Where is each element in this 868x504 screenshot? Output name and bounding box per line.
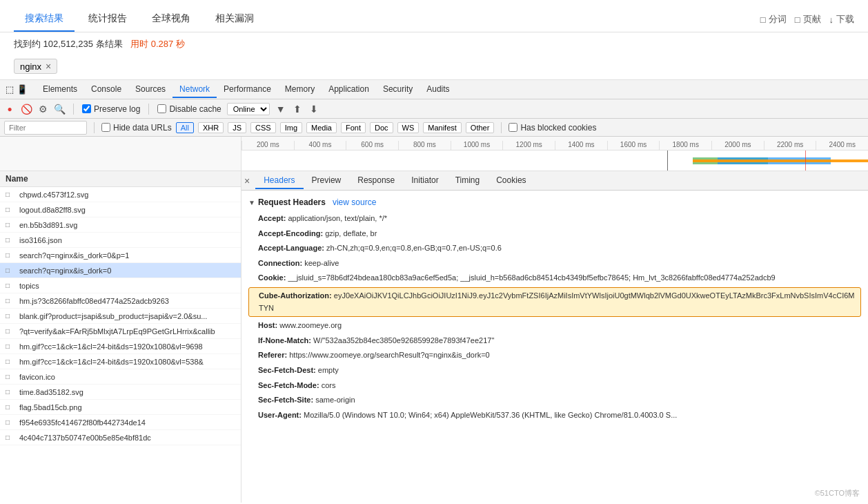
top-area: 搜索结果 统计报告 全球视角 相关漏洞 □ 分词 □ 页献 ↓ 下载 找到约 1… (0, 0, 868, 80)
file-item[interactable]: □ time.8ad35182.svg (0, 385, 241, 400)
throttle-down-icon[interactable]: ▼ (275, 104, 286, 115)
filter-btn-other[interactable]: Other (466, 122, 495, 133)
devtools-tab-performance[interactable]: Performance (217, 81, 278, 98)
filter-btn-css[interactable]: CSS (250, 122, 276, 133)
timeline-bars (241, 151, 868, 171)
devtools-tab-sources[interactable]: Sources (128, 81, 172, 98)
tab-search-results[interactable]: 搜索结果 (14, 7, 75, 32)
view-source-link[interactable]: view source (333, 197, 376, 207)
contribute-action[interactable]: □ 页献 (795, 13, 821, 26)
filter-btn-js[interactable]: JS (228, 122, 246, 133)
download-action[interactable]: ↓ 下载 (829, 13, 855, 26)
devtools-cursor-icon[interactable]: ⬚ (6, 84, 14, 95)
tab-stats-report[interactable]: 统计报告 (77, 7, 138, 32)
timeline-row: 200 ms 400 ms 600 ms 800 ms 1000 ms 1200… (0, 137, 868, 171)
preserve-log-checkbox[interactable]: Preserve log (82, 104, 140, 114)
tick-200: 200 ms (241, 141, 294, 150)
file-item-selected[interactable]: □ search?q=nginx&is_dork=0 (0, 263, 241, 278)
download-icon: ↓ (829, 14, 834, 25)
filter-btn-all[interactable]: All (176, 122, 194, 133)
file-item[interactable]: □ flag.5bad15cb.png (0, 400, 241, 415)
right-tab-preview[interactable]: Preview (304, 173, 350, 189)
hide-data-urls-checkbox[interactable]: Hide data URLs (101, 123, 172, 133)
devtools-device-icon[interactable]: 📱 (17, 84, 28, 95)
file-item[interactable]: □ topics (0, 278, 241, 293)
devtools-tab-security[interactable]: Security (376, 81, 420, 98)
file-item[interactable]: □ hm.js?3c8266fabffc08ed4774a252adcb9263 (0, 293, 241, 309)
file-item[interactable]: □ blank.gif?product=jsapi&sub_product=js… (0, 309, 241, 324)
tick-1600: 1600 ms (607, 141, 660, 150)
close-panel-btn[interactable]: × (244, 175, 250, 186)
header-row-sec-fetch-dest: Sec-Fetch-Dest: empty (248, 363, 861, 378)
filter-btn-ws[interactable]: WS (397, 122, 420, 133)
filter-btn-xhr[interactable]: XHR (198, 122, 224, 133)
preserve-log-input[interactable] (82, 104, 91, 113)
right-tab-headers[interactable]: Headers (255, 173, 303, 189)
filter-btn-media[interactable]: Media (306, 122, 337, 133)
file-item[interactable]: □ search?q=nginx&is_dork=0&p=1 (0, 248, 241, 263)
right-tab-initiator[interactable]: Initiator (403, 173, 446, 189)
header-row-if-none-match: If-None-Match: W/"532aa352b84ec3850e9268… (248, 333, 861, 349)
clear-icon[interactable]: 🚫 (21, 104, 32, 115)
tick-1400: 1400 ms (555, 141, 607, 150)
disable-cache-checkbox[interactable]: Disable cache (157, 104, 221, 114)
file-item[interactable]: □ 4c404c7137b50747e00b5e85e4bf81dc (0, 430, 241, 445)
filter-btn-doc[interactable]: Doc (370, 122, 393, 133)
tick-800: 800 ms (398, 141, 451, 150)
toolbar-row: ● 🚫 ⚙ 🔍 Preserve log Disable cache Onlin… (0, 99, 868, 119)
devtools-tab-application[interactable]: Application (322, 81, 376, 98)
throttle-select[interactable]: Online (227, 103, 270, 115)
has-blocked-cookies-checkbox[interactable]: Has blocked cookies (509, 123, 596, 133)
search-tag-close[interactable]: × (46, 61, 51, 72)
file-icon: □ (6, 373, 17, 380)
disable-cache-input[interactable] (157, 104, 166, 113)
header-row-connection: Connection: keep-alive (248, 256, 861, 271)
top-tabs-row: 搜索结果 统计报告 全球视角 相关漏洞 □ 分词 □ 页献 ↓ 下载 (0, 7, 868, 32)
right-tab-timing[interactable]: Timing (447, 173, 489, 189)
results-info: 找到约 102,512,235 条结果 用时 0.287 秒 (0, 32, 868, 56)
filter-input[interactable] (4, 121, 87, 135)
file-item[interactable]: □ logout.d8a82ff8.svg (0, 202, 241, 217)
right-tab-response[interactable]: Response (349, 173, 403, 189)
filter-btn-manifest[interactable]: Manifest (423, 122, 462, 133)
file-icon: □ (6, 221, 17, 229)
file-icon: □ (6, 236, 17, 244)
file-item[interactable]: □ hm.gif?cc=1&ck=1&cl=24-bit&ds=1920x108… (0, 354, 241, 369)
header-row-accept-encoding: Accept-Encoding: gzip, deflate, br (248, 226, 861, 242)
tab-global-view[interactable]: 全球视角 (141, 7, 201, 32)
file-item[interactable]: □ ?qt=verify&ak=FArRj5bMlxjtA7LrpEq9PGet… (0, 324, 241, 339)
devtools-tab-network[interactable]: Network (172, 81, 217, 98)
devtools-tab-memory[interactable]: Memory (278, 81, 322, 98)
tab-related-vuln[interactable]: 相关漏洞 (204, 7, 265, 32)
filter-icon[interactable]: ⚙ (37, 104, 48, 115)
filter-btn-img[interactable]: Img (280, 122, 302, 133)
filter-btn-font[interactable]: Font (341, 122, 366, 133)
file-item[interactable]: □ favicon.ico (0, 369, 241, 385)
import-icon[interactable]: ⬆ (292, 104, 303, 115)
export-icon[interactable]: ⬇ (308, 104, 319, 115)
right-tab-cookies[interactable]: Cookies (488, 173, 534, 189)
search-icon[interactable]: 🔍 (54, 104, 65, 115)
file-icon: □ (6, 282, 17, 289)
header-row-accept: Accept: application/json, text/plain, */… (248, 211, 861, 226)
header-row-accept-language: Accept-Language: zh-CN,zh;q=0.9,en;q=0.8… (248, 241, 861, 256)
has-blocked-cookies-input[interactable] (509, 123, 517, 132)
split-word-action[interactable]: □ 分词 (760, 13, 787, 26)
devtools-tab-console[interactable]: Console (84, 81, 128, 98)
file-icon: □ (6, 312, 17, 320)
tick-1000: 1000 ms (451, 141, 503, 150)
file-item[interactable]: □ hm.gif?cc=1&ck=1&cl=24-bit&ds=1920x108… (0, 339, 241, 354)
devtools-tab-audits[interactable]: Audits (420, 81, 456, 98)
file-item[interactable]: □ f954e6935fc414672f80fb442734de14 (0, 415, 241, 430)
file-icon: □ (6, 327, 17, 335)
file-icon: □ (6, 388, 17, 396)
file-item[interactable]: □ en.b5b3d891.svg (0, 217, 241, 233)
tick-2200: 2200 ms (764, 141, 816, 150)
file-icon: □ (6, 342, 17, 350)
separator-3 (94, 122, 95, 133)
record-icon[interactable]: ● (4, 104, 15, 115)
hide-data-urls-input[interactable] (101, 123, 110, 132)
devtools-tab-elements[interactable]: Elements (36, 81, 84, 98)
file-item[interactable]: □ chpwd.c4573f12.svg (0, 187, 241, 202)
file-item[interactable]: □ iso3166.json (0, 233, 241, 248)
